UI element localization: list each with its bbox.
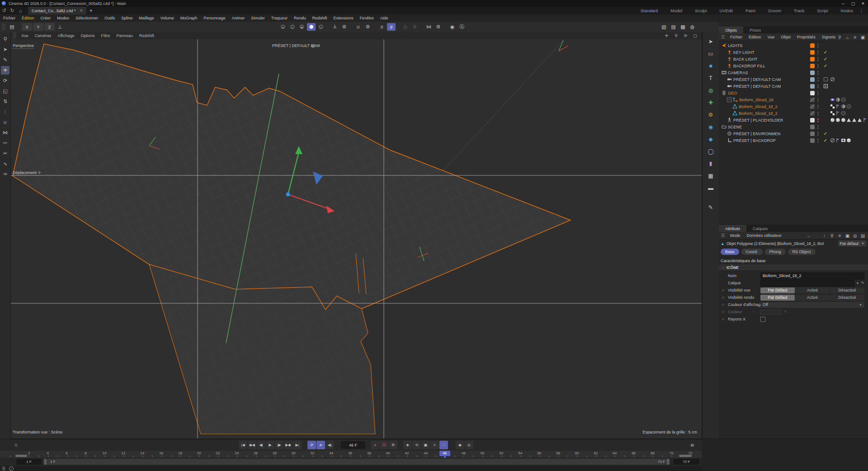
object-row-preset-placeholder[interactable]: PRÉSET | PLACEHOLDER — [719, 117, 868, 123]
redo-icon[interactable]: ↻ — [8, 8, 16, 14]
dock-sphere-icon[interactable]: ◍ — [705, 85, 716, 95]
polygons-mode-button[interactable]: ⬡◆ — [297, 23, 306, 31]
menu-item-mograph[interactable]: MoGraph — [177, 16, 201, 20]
visibility-dots[interactable] — [817, 91, 819, 95]
menu-item-outils[interactable]: Outils — [101, 16, 118, 20]
loop-playback-toggle[interactable]: ⟳ — [307, 441, 316, 449]
tab-calques[interactable]: Calques — [746, 226, 774, 232]
flag-tag-icon[interactable] — [835, 111, 840, 116]
am-up-icon[interactable]: ↑ — [821, 232, 828, 240]
visibility-option-active[interactable]: Activé — [795, 287, 830, 293]
eye-tag-icon[interactable] — [830, 97, 835, 102]
object-row-cameras[interactable]: CAMERAS — [719, 69, 868, 76]
section-tab-coord-[interactable]: Coord. — [741, 249, 763, 255]
menu-item-donnees-utilisateur[interactable]: Données utilisateur — [744, 233, 785, 238]
dock-select-icon[interactable]: ➤ — [705, 37, 716, 47]
key-position-toggle[interactable]: ◈ — [403, 441, 412, 449]
visibility-dots[interactable] — [817, 132, 819, 136]
coordinate-box-icon[interactable]: ▤ — [8, 23, 16, 31]
dock-gear-icon[interactable]: ⚙ — [705, 110, 716, 120]
menu-item-personnage[interactable]: Personnage — [200, 16, 229, 20]
visibility-dots[interactable] — [817, 125, 819, 129]
layout-tab-script[interactable]: Script — [817, 8, 828, 13]
flag-tag-icon[interactable] — [835, 104, 840, 109]
menu-item-proprietes[interactable]: Propriétés — [794, 35, 819, 39]
viewport-canvas[interactable]: Perspective PRÉSET | DEFAULT CAM ▦ Dépla… — [11, 39, 702, 438]
color-chip[interactable] — [810, 84, 815, 89]
menu-item-edition[interactable]: Édition — [19, 16, 38, 20]
new-tab-button[interactable]: + — [86, 8, 95, 14]
menu-item-creer[interactable]: Créer — [38, 16, 54, 20]
menu-item-fichier[interactable]: Fichier — [727, 35, 745, 39]
om-burger-icon[interactable]: ☰ — [719, 35, 727, 39]
layout-tab-uvedit[interactable]: UVEdit — [720, 8, 733, 13]
previous-frame-button[interactable]: ◀| — [257, 441, 265, 449]
keyframe-selection-button[interactable]: ◉ — [456, 441, 464, 449]
menu-item-extensions[interactable]: Extensions — [330, 16, 357, 20]
am-lock-icon[interactable]: ▣ — [844, 232, 851, 240]
menu-item-cameras[interactable]: Caméras — [32, 33, 55, 38]
pan-view-button[interactable]: ✛ — [662, 32, 671, 40]
home-icon[interactable]: ⌂ — [16, 8, 24, 14]
rotate-tool[interactable]: ⟳ — [1, 76, 9, 85]
pen-tool[interactable]: ✎ — [1, 56, 9, 64]
enabled-check-icon[interactable]: ✓ — [823, 50, 828, 55]
model-mode-button[interactable]: ⬢ — [307, 23, 316, 31]
object-row-preset-default-cam[interactable]: PRÉSET | DEFAULT CAM — [719, 76, 868, 83]
section-tab-base[interactable]: Base — [721, 249, 739, 255]
sphere-tag-icon[interactable] — [846, 138, 851, 143]
visibility-dots[interactable] — [817, 51, 819, 54]
target-tag-icon[interactable] — [823, 84, 828, 89]
menu-item-spline[interactable]: Spline — [118, 16, 136, 20]
layout-tab-track[interactable]: Track — [794, 8, 804, 13]
timeline-ruler[interactable]: 2468101214161820222426283032343638404244… — [0, 451, 702, 458]
section-tab-phong[interactable]: Phong — [765, 249, 786, 255]
am-pin-icon[interactable]: ◎ — [852, 232, 859, 240]
forbid-tag-icon[interactable] — [830, 138, 835, 143]
rotate-view-button[interactable]: ⟳ — [681, 32, 690, 40]
playhead[interactable]: 46 — [439, 451, 450, 456]
workplane-button[interactable]: # — [377, 23, 386, 31]
dock-clap-icon[interactable]: ▬ — [705, 183, 716, 193]
menu-item-vue[interactable]: Vue — [764, 35, 778, 39]
am-search-icon[interactable]: ⚲ — [829, 232, 835, 240]
menu-item-volume[interactable]: Volume — [157, 16, 177, 20]
color-chip[interactable] — [810, 111, 815, 116]
visibility-dots[interactable] — [817, 78, 819, 81]
menu-item-rendu[interactable]: Rendu — [291, 16, 309, 20]
object-row-bioform-sliced-18[interactable]: −Bioform_Sliced_18 — [719, 96, 868, 103]
couleur-affichage-dropdown[interactable]: Off ▼ — [760, 302, 864, 308]
anim-marker-icon[interactable]: ◇ — [722, 303, 724, 306]
snap-toggle-button[interactable]: ∪ — [354, 23, 363, 31]
dock-capsule-icon[interactable]: ▮ — [705, 159, 716, 169]
color-chip[interactable] — [810, 118, 815, 122]
visibility-dots[interactable] — [817, 112, 819, 115]
magnet-tool[interactable]: ∪ — [1, 118, 9, 127]
sphere-tag-icon[interactable] — [830, 118, 835, 122]
menu-item-mode[interactable]: Mode — [727, 233, 744, 238]
layout-tab-sculpt[interactable]: Sculpt — [695, 8, 707, 13]
minimize-button[interactable]: ─ — [838, 1, 848, 6]
enabled-check-icon[interactable]: ✓ — [823, 63, 828, 69]
range-handle-left[interactable] — [44, 459, 47, 465]
layout-tab-groom[interactable]: Groom — [768, 8, 781, 13]
next-frame-button[interactable]: |▶ — [275, 441, 283, 449]
modeling-settings-button[interactable]: ⚙ — [410, 23, 419, 31]
dock-tree-icon[interactable]: ✚ — [705, 98, 716, 108]
auto-switch-button[interactable]: Ⓐ — [458, 23, 466, 31]
symmetry-toggle-button[interactable]: ⋈ — [425, 23, 433, 31]
toolbar-grip[interactable] — [2, 24, 5, 30]
object-row-key-light[interactable]: KEY LIGHT✓ — [719, 49, 868, 56]
previous-key-button[interactable]: ◆◀ — [248, 441, 256, 449]
tab-objets[interactable]: Objets — [719, 27, 743, 33]
rs-tag-icon[interactable] — [841, 97, 846, 102]
calque-dropdown-icon[interactable]: ▼ — [856, 282, 859, 285]
flag-tag-icon[interactable] — [863, 118, 868, 122]
lock-workplane-button[interactable]: # — [387, 23, 396, 31]
nom-input[interactable]: Bioform_Sliced_18_2 — [760, 273, 864, 279]
object-row-lights[interactable]: LIGHTS — [719, 42, 868, 49]
menu-item-vue[interactable]: Vue — [18, 33, 32, 38]
visibility-option-par-defaut[interactable]: Par Défaut — [760, 295, 795, 301]
keying-settings-button[interactable]: ⚙ — [389, 441, 397, 449]
menu-item-selectionner[interactable]: Sélectionner — [72, 16, 101, 20]
